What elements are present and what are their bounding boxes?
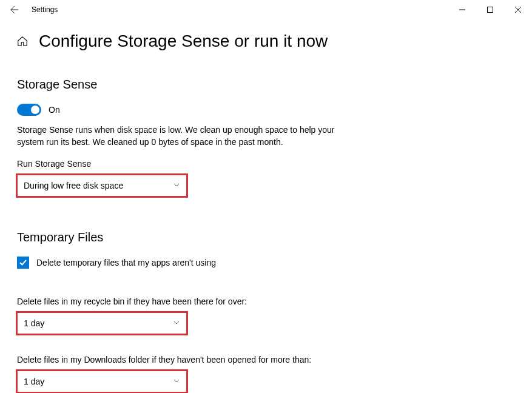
window-title: Settings <box>32 5 58 14</box>
downloads-label: Delete files in my Downloads folder if t… <box>17 355 515 364</box>
close-button[interactable] <box>504 0 532 19</box>
back-button[interactable] <box>5 0 24 19</box>
recycle-bin-select[interactable]: 1 day <box>17 312 187 334</box>
run-storage-sense-select[interactable]: During low free disk space <box>17 175 187 196</box>
page-header: Configure Storage Sense or run it now <box>17 32 515 51</box>
storage-sense-description: Storage Sense runs when disk space is lo… <box>17 124 357 148</box>
svg-rect-0 <box>488 7 493 13</box>
checkmark-icon <box>19 258 27 267</box>
delete-temp-files-label: Delete temporary files that my apps aren… <box>36 258 216 267</box>
minimize-button[interactable] <box>448 0 476 19</box>
downloads-select[interactable]: 1 day <box>17 371 187 392</box>
storage-sense-toggle-label: On <box>49 105 60 115</box>
home-icon <box>17 36 28 47</box>
window-controls <box>448 0 532 19</box>
chevron-down-icon <box>173 319 180 328</box>
storage-sense-section-title: Storage Sense <box>17 78 515 92</box>
chevron-down-icon <box>173 377 180 386</box>
minimize-icon <box>459 7 465 13</box>
delete-temp-files-row: Delete temporary files that my apps aren… <box>17 257 515 269</box>
delete-temp-files-checkbox[interactable] <box>17 257 29 269</box>
temporary-files-section-title: Temporary Files <box>17 230 515 244</box>
run-storage-sense-label: Run Storage Sense <box>17 159 515 169</box>
home-button[interactable] <box>17 36 28 47</box>
maximize-icon <box>487 7 493 13</box>
titlebar: Settings <box>0 0 532 19</box>
run-storage-sense-value: During low free disk space <box>24 181 123 190</box>
chevron-down-icon <box>173 181 180 190</box>
close-icon <box>515 7 521 13</box>
toggle-knob <box>31 106 39 114</box>
storage-sense-toggle[interactable] <box>17 104 41 116</box>
page-title: Configure Storage Sense or run it now <box>39 32 328 51</box>
maximize-button[interactable] <box>476 0 504 19</box>
arrow-left-icon <box>10 5 19 14</box>
storage-sense-toggle-row: On <box>17 104 515 116</box>
downloads-value: 1 day <box>24 377 44 386</box>
content-area: Configure Storage Sense or run it now St… <box>0 19 532 393</box>
recycle-bin-label: Delete files in my recycle bin if they h… <box>17 297 515 306</box>
recycle-bin-value: 1 day <box>24 318 44 328</box>
